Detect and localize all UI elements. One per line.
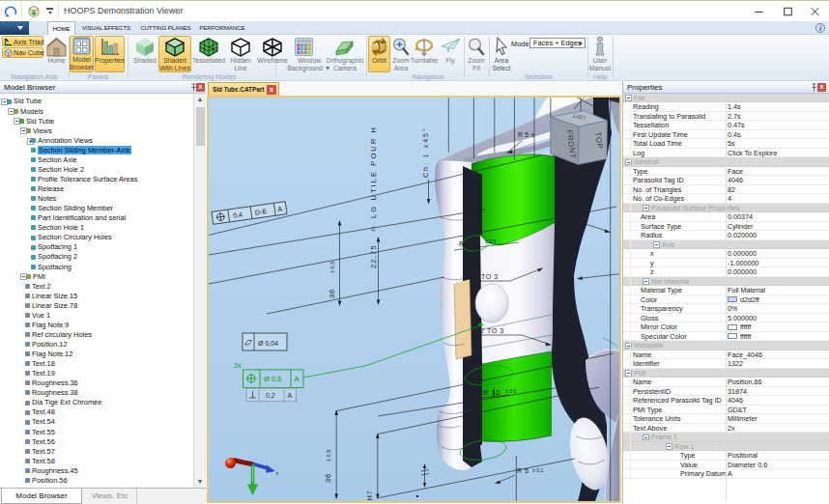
svg-text:± 0.1: ± 0.1 [532, 467, 544, 473]
svg-text:± 0.5: ± 0.5 [329, 262, 335, 273]
svg-text:±1: ±1 [370, 226, 376, 232]
svg-text:A: A [295, 375, 300, 383]
svg-text:36: 36 [324, 473, 332, 483]
svg-text:A: A [288, 392, 293, 399]
svg-text:± 0.5: ± 0.5 [326, 450, 331, 462]
svg-text:Ch: 1 x45°: Ch: 1 x45° [422, 126, 429, 178]
svg-text:0,2: 0,2 [266, 392, 275, 399]
svg-text:22,75: 22,75 [369, 244, 378, 268]
svg-text:2 TO 3: 2 TO 3 [474, 273, 499, 280]
svg-text:± 0.5: ± 0.5 [485, 238, 497, 244]
svg-text:R 10: R 10 [483, 388, 500, 397]
svg-text:R 10: R 10 [459, 239, 476, 248]
svg-text:R 5: R 5 [517, 467, 529, 474]
svg-text:Ø 0,6: Ø 0,6 [264, 375, 281, 383]
svg-text:36: 36 [328, 289, 336, 298]
svg-text:LG UTILE POUR H: LG UTILE POUR H [369, 126, 378, 218]
svg-text:POUR H7: POUR H7 [366, 490, 373, 501]
svg-text:0,4: 0,4 [233, 211, 243, 219]
svg-text:R 5 ±: R 5 ± [518, 131, 535, 138]
svg-text:Ø 0,04: Ø 0,04 [258, 340, 278, 347]
svg-text:± 0.5: ± 0.5 [505, 388, 517, 394]
svg-text:2 TO 3: 2 TO 3 [480, 327, 504, 334]
svg-text:2x: 2x [234, 362, 242, 369]
